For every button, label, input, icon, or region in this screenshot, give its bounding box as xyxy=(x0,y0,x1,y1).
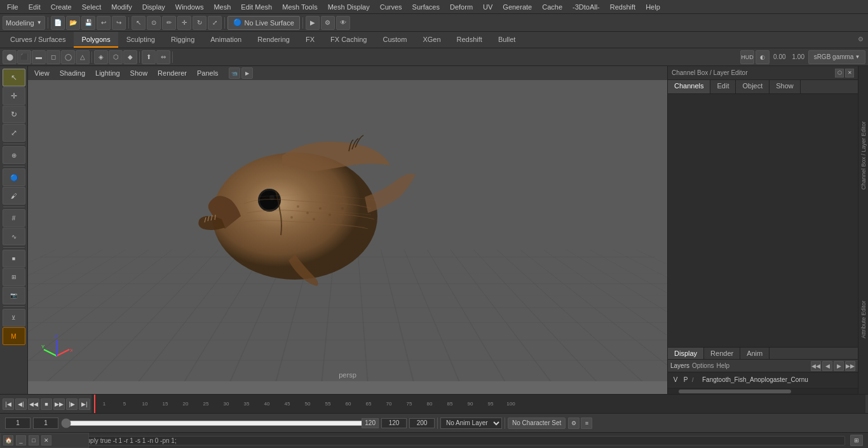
render-settings-btn[interactable]: ⚙ xyxy=(321,16,335,30)
char-set-settings[interactable]: ⚙ xyxy=(568,417,580,429)
save-scene-btn[interactable]: 💾 xyxy=(81,16,95,30)
colorspace-btn[interactable]: sRGB gamma ▼ xyxy=(808,50,865,64)
layer-v-btn[interactable]: V xyxy=(672,376,679,383)
workspace-selector[interactable]: Modeling ▼ xyxy=(3,16,45,30)
vp-render-btn[interactable]: ▶ xyxy=(241,67,253,79)
tool-cylinder[interactable]: ▬ xyxy=(32,50,46,64)
tab-rendering[interactable]: Rendering xyxy=(250,32,297,48)
menu-3dtoall[interactable]: -3DtoAll- xyxy=(568,2,604,12)
viewport[interactable]: View Shading Lighting Show Renderer Pane… xyxy=(28,66,667,394)
select-mode-btn[interactable]: ↖ xyxy=(3,69,25,86)
ch-tab-object[interactable]: Object xyxy=(736,80,770,93)
menu-redshift[interactable]: Redshift xyxy=(606,2,640,12)
tab-fx[interactable]: FX xyxy=(298,32,322,48)
move-tool-btn[interactable]: ✛ xyxy=(3,87,25,105)
tab-polygons[interactable]: Polygons xyxy=(74,32,118,48)
vp-menu-panels[interactable]: Panels xyxy=(194,69,221,78)
menu-surfaces[interactable]: Surfaces xyxy=(408,2,444,12)
menu-curves[interactable]: Curves xyxy=(376,2,407,12)
tool-extrude[interactable]: ⬆ xyxy=(142,50,156,64)
menu-windows[interactable]: Windows xyxy=(171,2,208,12)
current-frame-input[interactable] xyxy=(5,417,31,429)
channel-box-edge-label[interactable]: Channel Box / Layer Editor xyxy=(860,119,867,193)
tab-bullet[interactable]: Bullet xyxy=(491,32,524,48)
layer-back-btn[interactable]: ◀ xyxy=(822,361,832,371)
layer-tab-display[interactable]: Display xyxy=(668,348,704,359)
panel-close-btn[interactable]: ✕ xyxy=(845,69,854,78)
tool-torus[interactable]: ◯ xyxy=(61,50,75,64)
tab-fx-caching[interactable]: FX Caching xyxy=(323,32,374,48)
tool-plane[interactable]: ◻ xyxy=(46,50,60,64)
snap-grid-btn[interactable]: # xyxy=(3,209,25,227)
transform-tool-btn[interactable]: ✛ xyxy=(177,16,191,30)
tool-cube[interactable]: ⬛ xyxy=(17,50,31,64)
menu-file[interactable]: File xyxy=(3,2,23,12)
timeline-playhead[interactable] xyxy=(94,395,95,413)
tab-redshift[interactable]: Redshift xyxy=(449,32,490,48)
coord-btn[interactable]: ⊻ xyxy=(3,309,25,327)
menu-edit-mesh[interactable]: Edit Mesh xyxy=(236,2,276,12)
grid-toggle-btn[interactable]: ⊞ xyxy=(3,268,25,286)
anim-layer-select[interactable]: No Anim Layer xyxy=(440,417,502,429)
play-back-btn[interactable]: ◀◀ xyxy=(28,398,39,410)
menu-generate[interactable]: Generate xyxy=(498,2,536,12)
layer-options-btn[interactable]: Options xyxy=(692,362,714,369)
tool-select-edge[interactable]: ⬡ xyxy=(109,50,123,64)
menu-edit[interactable]: Edit xyxy=(24,2,45,12)
window-minimize-btn[interactable]: _ xyxy=(16,435,26,445)
tab-settings-btn[interactable]: ⚙ xyxy=(855,32,865,46)
ch-tab-channels[interactable]: Channels xyxy=(668,80,710,93)
timeline-track[interactable]: 1 5 10 15 20 25 30 35 40 45 50 55 60 65 xyxy=(92,395,865,413)
tab-animation[interactable]: Animation xyxy=(203,32,249,48)
tool-select-face[interactable]: ◈ xyxy=(94,50,108,64)
layer-help-btn[interactable]: Help xyxy=(716,362,729,369)
back-frame-btn[interactable]: ◀| xyxy=(15,398,27,410)
window-close-btn[interactable]: ✕ xyxy=(41,435,51,445)
menu-select[interactable]: Select xyxy=(78,2,106,12)
menu-uv[interactable]: UV xyxy=(478,2,497,12)
menu-mesh-tools[interactable]: Mesh Tools xyxy=(278,2,322,12)
layer-tab-anim[interactable]: Anim xyxy=(740,348,770,359)
next-frame-btn[interactable]: |▶ xyxy=(66,398,78,410)
range-slider[interactable] xyxy=(61,419,379,428)
vp-camera-btn[interactable]: 📹 xyxy=(229,67,240,79)
layers-label[interactable]: Layers xyxy=(670,362,689,369)
tool-cone[interactable]: △ xyxy=(76,50,90,64)
tab-curves-surfaces[interactable]: Curves / Surfaces xyxy=(3,32,73,48)
scale-tool-btn[interactable]: ⤢ xyxy=(208,16,222,30)
attr-editor-edge-label[interactable]: Attribute Editor xyxy=(860,298,867,341)
select-tool-btn[interactable]: ↖ xyxy=(132,16,146,30)
layer-prev-btn[interactable]: ◀◀ xyxy=(811,361,821,371)
play-fwd-btn[interactable]: ▶▶ xyxy=(53,398,65,410)
prev-frame-btn[interactable]: |◀ xyxy=(3,398,14,410)
ch-tab-show[interactable]: Show xyxy=(770,80,801,93)
status-expand-btn[interactable]: ⊞ xyxy=(850,435,863,446)
playback-end-input[interactable] xyxy=(381,418,407,428)
menu-mesh-display[interactable]: Mesh Display xyxy=(323,2,374,12)
menu-deform[interactable]: Deform xyxy=(445,2,477,12)
universal-manip-btn[interactable]: ⊕ xyxy=(3,146,25,164)
tab-sculpting[interactable]: Sculpting xyxy=(119,32,163,48)
camera-btn[interactable]: 📷 xyxy=(3,287,25,304)
char-set-btn[interactable]: No Character Set xyxy=(508,417,566,429)
menu-display[interactable]: Display xyxy=(138,2,170,12)
window-icon-btn[interactable]: 🏠 xyxy=(3,435,13,445)
menu-help[interactable]: Help xyxy=(641,2,665,12)
render-btn[interactable]: ▶ xyxy=(306,16,320,30)
new-scene-btn[interactable]: 📄 xyxy=(51,16,65,30)
layer-next-btn[interactable]: ▶▶ xyxy=(845,361,855,371)
vp-menu-renderer[interactable]: Renderer xyxy=(155,69,189,78)
vp-menu-show[interactable]: Show xyxy=(128,69,151,78)
display-type-btn[interactable]: ■ xyxy=(3,250,25,268)
snap-curve-btn[interactable]: ∿ xyxy=(3,227,25,245)
open-scene-btn[interactable]: 📂 xyxy=(66,16,80,30)
rotate-tool-btn[interactable]: ↻ xyxy=(193,16,207,30)
ch-tab-edit[interactable]: Edit xyxy=(710,80,736,93)
panel-float-btn[interactable]: ⬡ xyxy=(835,69,844,78)
paint-tool-btn[interactable]: ✏ xyxy=(162,16,176,30)
redo-btn[interactable]: ↪ xyxy=(112,16,126,30)
view-isolate-btn[interactable]: ◐ xyxy=(756,50,770,64)
menu-cache[interactable]: Cache xyxy=(538,2,567,12)
vp-menu-view[interactable]: View xyxy=(32,69,52,78)
tab-xgen[interactable]: XGen xyxy=(415,32,448,48)
